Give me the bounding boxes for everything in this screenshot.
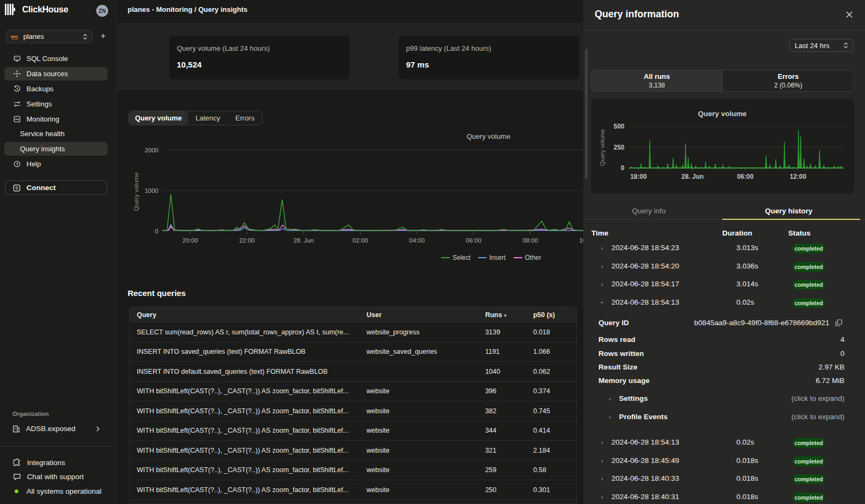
svg-text:0: 0 (155, 228, 158, 234)
svg-text:Query volume: Query volume (599, 129, 606, 166)
svg-text:12:00: 12:00 (790, 173, 807, 180)
svg-text:1000: 1000 (144, 187, 158, 194)
svg-text:02:00: 02:00 (352, 237, 368, 244)
svg-text:08:00: 08:00 (522, 237, 538, 244)
svg-text:Select: Select (453, 254, 471, 261)
svg-text:Insert: Insert (489, 254, 506, 261)
svg-text:06:00: 06:00 (737, 173, 754, 180)
svg-text:500: 500 (614, 123, 624, 130)
svg-text:04:00: 04:00 (409, 237, 425, 244)
svg-text:18:00: 18:00 (630, 173, 647, 180)
svg-text:Query volume: Query volume (467, 132, 510, 140)
svg-text:06:00: 06:00 (466, 237, 482, 244)
svg-text:?: ? (16, 161, 19, 166)
svg-text:28. Jun: 28. Jun (294, 237, 314, 244)
svg-text:10:00: 10:00 (579, 237, 583, 244)
svg-text:Query volume: Query volume (698, 110, 747, 118)
svg-text:20:00: 20:00 (183, 237, 198, 244)
svg-text:0: 0 (621, 164, 624, 172)
svg-text:250: 250 (614, 144, 624, 151)
svg-text:Other: Other (525, 254, 541, 261)
svg-text:aws: aws (11, 35, 18, 38)
svg-text:22:00: 22:00 (239, 237, 255, 244)
svg-text:2000: 2000 (144, 147, 158, 153)
svg-text:28. Jun: 28. Jun (681, 173, 703, 180)
svg-text:Query volume: Query volume (133, 172, 139, 211)
